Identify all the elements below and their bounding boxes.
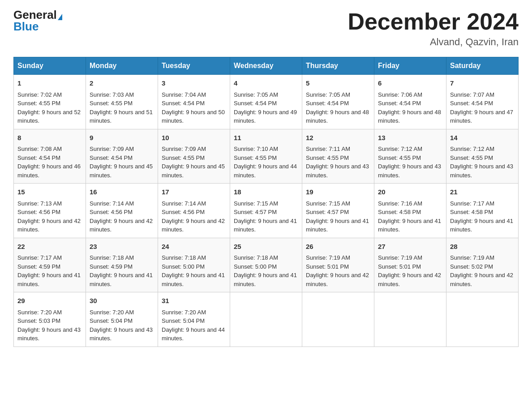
day-info: Sunrise: 7:09 AM Sunset: 4:54 PM Dayligh…: [90, 145, 154, 180]
sunrise-info: Sunrise: 7:05 AM: [306, 90, 370, 99]
day-info: Sunrise: 7:18 AM Sunset: 5:00 PM Dayligh…: [234, 253, 298, 288]
sunrise-info: Sunrise: 7:12 AM: [450, 145, 515, 154]
day-number: 7: [450, 78, 515, 89]
sunrise-info: Sunrise: 7:05 AM: [234, 90, 298, 99]
day-cell-2: 2 Sunrise: 7:03 AM Sunset: 4:55 PM Dayli…: [86, 75, 158, 129]
sunrise-info: Sunrise: 7:17 AM: [17, 253, 82, 262]
day-number: 21: [450, 187, 515, 197]
sunset-info: Sunset: 4:59 PM: [90, 262, 154, 271]
day-number: 31: [162, 296, 226, 306]
day-cell-27: 27 Sunrise: 7:19 AM Sunset: 5:01 PM Dayl…: [374, 238, 446, 292]
day-info: Sunrise: 7:14 AM Sunset: 4:56 PM Dayligh…: [90, 199, 154, 234]
day-info: Sunrise: 7:17 AM Sunset: 4:59 PM Dayligh…: [17, 253, 82, 288]
day-info: Sunrise: 7:04 AM Sunset: 4:54 PM Dayligh…: [162, 90, 226, 125]
sunrise-info: Sunrise: 7:19 AM: [378, 253, 442, 262]
sunrise-info: Sunrise: 7:16 AM: [378, 199, 442, 208]
sunrise-info: Sunrise: 7:20 AM: [162, 308, 226, 317]
day-number: 4: [234, 78, 298, 89]
day-number: 30: [90, 296, 154, 306]
day-cell-1: 1 Sunrise: 7:02 AM Sunset: 4:55 PM Dayli…: [14, 75, 86, 129]
logo-triangle-icon: [58, 14, 62, 20]
sunset-info: Sunset: 4:54 PM: [17, 154, 82, 163]
sunset-info: Sunset: 4:54 PM: [162, 99, 226, 108]
daylight-info: Daylight: 9 hours and 43 minutes.: [378, 162, 442, 180]
day-info: Sunrise: 7:03 AM Sunset: 4:55 PM Dayligh…: [90, 90, 154, 125]
day-info: Sunrise: 7:20 AM Sunset: 5:04 PM Dayligh…: [162, 308, 226, 343]
daylight-info: Daylight: 9 hours and 43 minutes.: [17, 325, 82, 343]
day-cell-23: 23 Sunrise: 7:18 AM Sunset: 4:59 PM Dayl…: [86, 238, 158, 292]
daylight-info: Daylight: 9 hours and 48 minutes.: [306, 108, 370, 125]
day-number: 13: [378, 133, 442, 143]
day-number: 22: [17, 242, 82, 252]
sunrise-info: Sunrise: 7:11 AM: [306, 145, 370, 154]
day-info: Sunrise: 7:13 AM Sunset: 4:56 PM Dayligh…: [17, 199, 82, 234]
day-number: 16: [90, 187, 154, 197]
calendar-header-row: SundayMondayTuesdayWednesdayThursdayFrid…: [14, 57, 519, 75]
daylight-info: Daylight: 9 hours and 49 minutes.: [234, 108, 298, 125]
sunrise-info: Sunrise: 7:14 AM: [162, 199, 226, 208]
day-cell-9: 9 Sunrise: 7:09 AM Sunset: 4:54 PM Dayli…: [86, 129, 158, 184]
sunset-info: Sunset: 4:54 PM: [378, 99, 442, 108]
sunrise-info: Sunrise: 7:10 AM: [234, 145, 298, 154]
sunset-info: Sunset: 4:57 PM: [306, 208, 370, 217]
sunrise-info: Sunrise: 7:18 AM: [234, 253, 298, 262]
sunrise-info: Sunrise: 7:06 AM: [378, 90, 442, 99]
day-number: 23: [90, 242, 154, 252]
day-info: Sunrise: 7:05 AM Sunset: 4:54 PM Dayligh…: [306, 90, 370, 125]
day-cell-19: 19 Sunrise: 7:15 AM Sunset: 4:57 PM Dayl…: [302, 184, 374, 238]
sunset-info: Sunset: 4:54 PM: [306, 99, 370, 108]
sunrise-info: Sunrise: 7:09 AM: [90, 145, 154, 154]
day-cell-18: 18 Sunrise: 7:15 AM Sunset: 4:57 PM Dayl…: [230, 184, 302, 238]
header-day-saturday: Saturday: [446, 57, 519, 75]
sunset-info: Sunset: 4:58 PM: [450, 208, 515, 217]
sunset-info: Sunset: 5:00 PM: [234, 262, 298, 271]
day-number: 12: [306, 133, 370, 143]
daylight-info: Daylight: 9 hours and 41 minutes.: [17, 271, 82, 288]
calendar-week-1: 1 Sunrise: 7:02 AM Sunset: 4:55 PM Dayli…: [14, 75, 519, 129]
daylight-info: Daylight: 9 hours and 42 minutes.: [450, 271, 515, 288]
day-number: 24: [162, 242, 226, 252]
daylight-info: Daylight: 9 hours and 43 minutes.: [90, 325, 154, 343]
day-cell-30: 30 Sunrise: 7:20 AM Sunset: 5:04 PM Dayl…: [86, 292, 158, 347]
day-number: 29: [17, 296, 82, 306]
sunset-info: Sunset: 4:55 PM: [306, 154, 370, 163]
empty-cell: [374, 292, 446, 347]
daylight-info: Daylight: 9 hours and 41 minutes.: [306, 217, 370, 234]
day-info: Sunrise: 7:11 AM Sunset: 4:55 PM Dayligh…: [306, 145, 370, 180]
sunrise-info: Sunrise: 7:15 AM: [306, 199, 370, 208]
sunrise-info: Sunrise: 7:15 AM: [234, 199, 298, 208]
sunset-info: Sunset: 5:04 PM: [162, 317, 226, 325]
day-number: 27: [378, 242, 442, 252]
day-number: 26: [306, 242, 370, 252]
day-number: 1: [17, 78, 82, 89]
day-number: 20: [378, 187, 442, 197]
calendar-table: SundayMondayTuesdayWednesdayThursdayFrid…: [13, 57, 519, 347]
day-number: 14: [450, 133, 515, 143]
day-number: 28: [450, 242, 515, 252]
header-day-sunday: Sunday: [14, 57, 86, 75]
sunset-info: Sunset: 4:56 PM: [17, 208, 82, 217]
daylight-info: Daylight: 9 hours and 45 minutes.: [162, 162, 226, 180]
sunset-info: Sunset: 4:56 PM: [90, 208, 154, 217]
day-info: Sunrise: 7:19 AM Sunset: 5:02 PM Dayligh…: [450, 253, 515, 288]
daylight-info: Daylight: 9 hours and 43 minutes.: [450, 162, 515, 180]
day-info: Sunrise: 7:09 AM Sunset: 4:55 PM Dayligh…: [162, 145, 226, 180]
day-number: 19: [306, 187, 370, 197]
logo-blue-text: Blue: [13, 20, 39, 33]
day-cell-13: 13 Sunrise: 7:12 AM Sunset: 4:55 PM Dayl…: [374, 129, 446, 184]
day-cell-6: 6 Sunrise: 7:06 AM Sunset: 4:54 PM Dayli…: [374, 75, 446, 129]
day-cell-11: 11 Sunrise: 7:10 AM Sunset: 4:55 PM Dayl…: [230, 129, 302, 184]
logo: General Blue: [13, 9, 62, 32]
daylight-info: Daylight: 9 hours and 51 minutes.: [90, 108, 154, 125]
day-cell-10: 10 Sunrise: 7:09 AM Sunset: 4:55 PM Dayl…: [158, 129, 230, 184]
sunrise-info: Sunrise: 7:18 AM: [90, 253, 154, 262]
daylight-info: Daylight: 9 hours and 47 minutes.: [450, 108, 515, 125]
sunset-info: Sunset: 4:55 PM: [234, 154, 298, 163]
sunset-info: Sunset: 5:01 PM: [378, 262, 442, 271]
day-cell-20: 20 Sunrise: 7:16 AM Sunset: 4:58 PM Dayl…: [374, 184, 446, 238]
day-info: Sunrise: 7:18 AM Sunset: 5:00 PM Dayligh…: [162, 253, 226, 288]
daylight-info: Daylight: 9 hours and 44 minutes.: [162, 325, 226, 343]
sunrise-info: Sunrise: 7:04 AM: [162, 90, 226, 99]
day-cell-25: 25 Sunrise: 7:18 AM Sunset: 5:00 PM Dayl…: [230, 238, 302, 292]
day-number: 6: [378, 78, 442, 89]
